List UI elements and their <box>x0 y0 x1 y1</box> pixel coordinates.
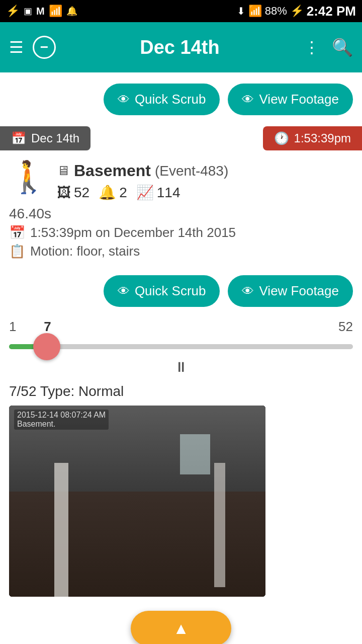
bell-icon: 🔔 <box>99 184 116 201</box>
bottom-action-buttons: 👁 Quick Scrub 👁 View Footage <box>0 267 362 315</box>
scrubber-min: 1 <box>9 319 16 335</box>
event-datetime: 📅 1:53:39pm on December 14th 2015 <box>9 225 353 240</box>
minus-icon: − <box>40 39 48 55</box>
event-datetime-text: 1:53:39pm on December 14th 2015 <box>30 225 236 240</box>
scrubber-pause-indicator: ⏸ <box>9 359 353 375</box>
motion-icon: 📋 <box>9 244 25 259</box>
pause-icon: ⏸ <box>174 359 188 375</box>
calendar-small-icon: 📅 <box>9 225 25 240</box>
quick-scrub-label-top: Quick Scrub <box>135 92 206 107</box>
event-duration: 46.40s <box>9 206 353 222</box>
room-pillar-right <box>214 463 225 587</box>
minus-circle-button[interactable]: − <box>33 36 56 59</box>
eye-icon-view-footage-bottom: 👁 <box>242 284 254 298</box>
date-badge-label: Dec 14th <box>31 131 79 145</box>
trend-icon: 📈 <box>136 184 154 201</box>
search-button[interactable]: 🔍 <box>332 37 353 57</box>
person-walking-icon: 🚶 <box>9 162 48 193</box>
view-footage-label-top: View Footage <box>259 92 339 107</box>
event-title: 🖥 Basement (Event-483) <box>57 162 353 180</box>
wifi-off-icon: 📶 <box>49 5 62 18</box>
usb-icon: ⚡ <box>6 5 20 18</box>
quick-scrub-button-bottom[interactable]: 👁 Quick Scrub <box>104 275 220 307</box>
sim-icon: ▣ <box>24 6 32 17</box>
fab-container: ▲ <box>0 601 362 644</box>
header: ☰ − Dec 14th ⋮ 🔍 <box>0 22 362 72</box>
bell-count: 2 <box>119 185 127 201</box>
video-thumbnail[interactable]: 2015-12-14 08:07:24 AMBasement. <box>9 406 265 597</box>
time-badge: 🕐 1:53:39pm <box>263 126 362 150</box>
header-left: ☰ − <box>9 36 56 59</box>
date-time-bar: 📅 Dec 14th 🕐 1:53:39pm <box>0 126 362 150</box>
bell-stat: 🔔 2 <box>99 184 127 201</box>
room-window <box>180 434 210 474</box>
top-action-buttons: 👁 Quick Scrub 👁 View Footage <box>0 72 362 126</box>
scrubber-track[interactable] <box>9 338 353 356</box>
event-id: (Event-483) <box>155 163 228 179</box>
trend-count: 114 <box>157 185 180 201</box>
status-time: 2:42 PM <box>307 4 356 19</box>
view-footage-button-bottom[interactable]: 👁 View Footage <box>228 275 353 307</box>
view-footage-label-bottom: View Footage <box>259 283 339 299</box>
scrubber-current-label: 7 <box>44 319 51 335</box>
header-title: Dec 14th <box>140 37 219 58</box>
room-floor <box>9 492 265 597</box>
moto-icon: M <box>36 6 45 17</box>
monitor-icon: 🖥 <box>57 163 70 179</box>
notification-icon: 🔔 <box>66 6 77 17</box>
video-overlay-text: 2015-12-14 08:07:24 AMBasement. <box>14 410 109 430</box>
event-card: 🚶 🖥 Basement (Event-483) 🖼 52 🔔 2 📈 114 <box>0 156 362 267</box>
video-frame: 2015-12-14 08:07:24 AMBasement. <box>9 406 265 597</box>
hamburger-menu-button[interactable]: ☰ <box>9 38 24 57</box>
event-motion: 📋 Motion: floor, stairs <box>9 244 353 259</box>
quick-scrub-button-top[interactable]: 👁 Quick Scrub <box>104 84 220 115</box>
scrubber-bar-background <box>9 344 353 349</box>
event-motion-text: Motion: floor, stairs <box>30 244 140 259</box>
view-footage-button-top[interactable]: 👁 View Footage <box>228 84 353 115</box>
photo-count: 52 <box>74 185 89 201</box>
date-badge: 📅 Dec 14th <box>0 126 90 150</box>
event-stats: 🖼 52 🔔 2 📈 114 <box>57 184 353 201</box>
eye-icon-quick-scrub-top: 👁 <box>118 93 130 107</box>
room-pillar-left <box>54 463 68 597</box>
more-options-button[interactable]: ⋮ <box>304 38 321 57</box>
status-bar: ⚡ ▣ M 📶 🔔 ⬇ 📶 88% ⚡ 2:42 PM <box>0 0 362 22</box>
scrubber-thumb[interactable] <box>33 333 60 360</box>
scrubber-section: 1 7 52 ⏸ <box>0 315 362 379</box>
scroll-up-fab[interactable]: ▲ <box>131 611 231 644</box>
scrubber-labels: 1 7 52 <box>9 319 353 335</box>
scrubber-max: 52 <box>338 319 353 335</box>
quick-scrub-label-bottom: Quick Scrub <box>135 283 206 299</box>
photo-icon: 🖼 <box>57 184 71 201</box>
frame-info: 7/52 Type: Normal <box>0 379 362 401</box>
event-top-row: 🚶 🖥 Basement (Event-483) 🖼 52 🔔 2 📈 114 <box>9 162 353 201</box>
header-right: ⋮ 🔍 <box>304 37 353 57</box>
calendar-icon: 📅 <box>11 131 26 145</box>
eye-icon-quick-scrub-bottom: 👁 <box>118 284 130 298</box>
trend-stat: 📈 114 <box>136 184 180 201</box>
time-badge-label: 1:53:39pm <box>294 131 351 145</box>
event-info: 🖥 Basement (Event-483) 🖼 52 🔔 2 📈 114 <box>57 162 353 201</box>
clock-icon: 🕐 <box>274 131 289 145</box>
battery-charge-icon: ⚡ <box>290 5 304 18</box>
eye-icon-view-footage-top: 👁 <box>242 93 254 107</box>
up-arrow-icon: ▲ <box>173 619 189 638</box>
signal-icon: 📶 <box>248 5 262 18</box>
photo-stat: 🖼 52 <box>57 184 89 201</box>
status-right-icons: ⬇ 📶 88% ⚡ 2:42 PM <box>237 4 356 19</box>
battery-text: 88% <box>265 5 287 18</box>
download-icon: ⬇ <box>237 5 245 17</box>
camera-name: Basement <box>74 162 151 180</box>
status-left-icons: ⚡ ▣ M 📶 🔔 <box>6 5 77 18</box>
